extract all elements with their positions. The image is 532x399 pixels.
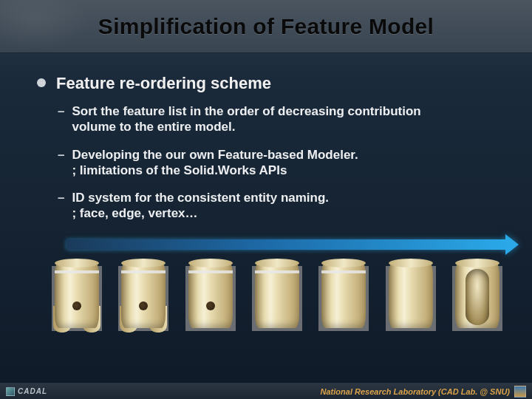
arrow-bar (66, 239, 507, 250)
dash-icon: – (58, 190, 64, 222)
brand-logo-icon (6, 387, 15, 396)
slide-title: Simplification of Feature Model (98, 14, 434, 39)
piston-stage (381, 254, 440, 335)
brand-text: CADAL (18, 387, 47, 395)
piston-stage (314, 254, 373, 335)
section-row: Feature re-ordering scheme (37, 74, 505, 93)
dash-icon: – (58, 103, 64, 135)
line: volume to the entire model. (72, 120, 235, 134)
line: ; limitations of the Solid.Works APIs (72, 163, 287, 177)
dash-icon: – (58, 147, 64, 179)
footer-badge-icon (514, 386, 526, 398)
piston-stage (181, 254, 240, 335)
sub-bullet-text: Developing the our own Feature-based Mod… (72, 147, 358, 179)
sub-bullet-item: – ID system for the consistent entity na… (37, 190, 505, 222)
footer-text: National Research Laboratory (CAD Lab. @… (321, 387, 510, 396)
slide-body: Feature re-ordering scheme – Sort the fe… (0, 53, 532, 222)
slide-footer: CADAL National Research Laboratory (CAD … (0, 383, 532, 399)
line: Sort the feature list in the order of de… (72, 104, 420, 118)
section-heading: Feature re-ordering scheme (56, 74, 271, 93)
line: Developing the our own Feature-based Mod… (72, 148, 358, 162)
line: ID system for the consistent entity nami… (72, 191, 329, 205)
sub-bullet-text: ID system for the consistent entity nami… (72, 190, 329, 222)
sub-bullet-list: – Sort the feature list in the order of … (37, 103, 505, 222)
bullet-icon (37, 78, 46, 87)
slide-header: Simplification of Feature Model (0, 0, 532, 53)
sub-bullet-item: – Sort the feature list in the order of … (37, 103, 505, 135)
piston-stage (47, 254, 106, 335)
footer-brand: CADAL (0, 387, 47, 396)
footer-right: National Research Laboratory (CAD Lab. @… (321, 386, 532, 398)
line: ; face, edge, vertex… (72, 206, 197, 220)
piston-stage (448, 254, 507, 335)
progress-arrow (66, 236, 517, 253)
arrow-right-icon (505, 234, 519, 255)
slide: Simplification of Feature Model Feature … (0, 0, 532, 399)
piston-stage (114, 254, 173, 335)
piston-sequence (44, 254, 510, 335)
sub-bullet-item: – Developing the our own Feature-based M… (37, 147, 505, 179)
sub-bullet-text: Sort the feature list in the order of de… (72, 103, 420, 135)
piston-stage (248, 254, 307, 335)
